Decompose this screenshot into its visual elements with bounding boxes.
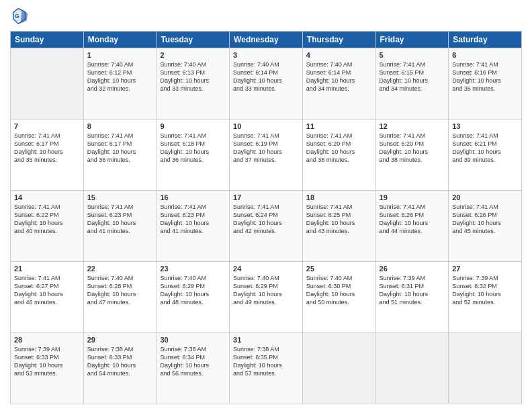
day-number: 27 — [452, 265, 518, 273]
calendar-cell: 9Sunrise: 7:41 AM Sunset: 6:18 PM Daylig… — [157, 120, 230, 191]
day-number: 29 — [87, 336, 153, 344]
day-number: 22 — [87, 265, 153, 273]
calendar-cell: 1Sunrise: 7:40 AM Sunset: 6:12 PM Daylig… — [83, 48, 157, 120]
day-number: 28 — [14, 336, 80, 344]
week-row-3: 21Sunrise: 7:41 AM Sunset: 6:27 PM Dayli… — [11, 262, 522, 333]
day-number: 14 — [14, 193, 80, 201]
day-info: Sunrise: 7:41 AM Sunset: 6:26 PM Dayligh… — [380, 203, 445, 236]
calendar-cell — [449, 333, 522, 404]
day-info: Sunrise: 7:41 AM Sunset: 6:23 PM Dayligh… — [160, 203, 226, 236]
day-info: Sunrise: 7:41 AM Sunset: 6:20 PM Dayligh… — [306, 132, 372, 165]
day-info: Sunrise: 7:41 AM Sunset: 6:20 PM Dayligh… — [380, 132, 445, 165]
calendar-cell: 27Sunrise: 7:39 AM Sunset: 6:32 PM Dayli… — [449, 262, 522, 333]
calendar-cell: 2Sunrise: 7:40 AM Sunset: 6:13 PM Daylig… — [157, 48, 230, 120]
day-info: Sunrise: 7:41 AM Sunset: 6:26 PM Dayligh… — [452, 203, 518, 236]
day-number: 9 — [160, 122, 226, 130]
calendar-cell: 6Sunrise: 7:41 AM Sunset: 6:16 PM Daylig… — [449, 48, 522, 120]
day-header-sunday: Sunday — [11, 32, 84, 48]
day-header-friday: Friday — [375, 32, 449, 48]
calendar-cell: 16Sunrise: 7:41 AM Sunset: 6:23 PM Dayli… — [157, 191, 230, 262]
day-header-saturday: Saturday — [449, 32, 522, 48]
day-info: Sunrise: 7:41 AM Sunset: 6:23 PM Dayligh… — [87, 203, 153, 236]
day-number: 24 — [233, 265, 299, 273]
calendar-cell: 22Sunrise: 7:40 AM Sunset: 6:28 PM Dayli… — [83, 262, 157, 333]
day-number: 12 — [380, 122, 445, 130]
day-info: Sunrise: 7:40 AM Sunset: 6:13 PM Dayligh… — [160, 60, 226, 93]
logo: G — [10, 7, 32, 26]
logo-icon: G — [10, 7, 29, 26]
day-number: 7 — [14, 122, 80, 130]
calendar-cell: 8Sunrise: 7:41 AM Sunset: 6:17 PM Daylig… — [83, 120, 157, 191]
calendar-cell: 30Sunrise: 7:38 AM Sunset: 6:34 PM Dayli… — [157, 333, 230, 404]
day-number: 16 — [160, 193, 226, 201]
day-info: Sunrise: 7:39 AM Sunset: 6:32 PM Dayligh… — [452, 274, 518, 307]
day-info: Sunrise: 7:38 AM Sunset: 6:35 PM Dayligh… — [233, 345, 299, 378]
day-number: 20 — [452, 193, 518, 201]
calendar-cell: 31Sunrise: 7:38 AM Sunset: 6:35 PM Dayli… — [230, 333, 303, 404]
day-info: Sunrise: 7:41 AM Sunset: 6:19 PM Dayligh… — [233, 132, 299, 165]
calendar-cell: 20Sunrise: 7:41 AM Sunset: 6:26 PM Dayli… — [449, 191, 522, 262]
week-row-0: 1Sunrise: 7:40 AM Sunset: 6:12 PM Daylig… — [11, 48, 522, 120]
day-info: Sunrise: 7:41 AM Sunset: 6:17 PM Dayligh… — [14, 132, 80, 165]
day-info: Sunrise: 7:41 AM Sunset: 6:24 PM Dayligh… — [233, 203, 299, 236]
day-info: Sunrise: 7:40 AM Sunset: 6:30 PM Dayligh… — [306, 274, 372, 307]
day-number: 23 — [160, 265, 226, 273]
day-number: 1 — [87, 51, 153, 59]
day-info: Sunrise: 7:39 AM Sunset: 6:33 PM Dayligh… — [14, 345, 80, 378]
calendar-cell: 17Sunrise: 7:41 AM Sunset: 6:24 PM Dayli… — [230, 191, 303, 262]
day-info: Sunrise: 7:41 AM Sunset: 6:18 PM Dayligh… — [160, 132, 226, 165]
calendar-cell: 13Sunrise: 7:41 AM Sunset: 6:21 PM Dayli… — [449, 120, 522, 191]
calendar-cell: 7Sunrise: 7:41 AM Sunset: 6:17 PM Daylig… — [11, 120, 84, 191]
day-info: Sunrise: 7:41 AM Sunset: 6:21 PM Dayligh… — [452, 132, 518, 165]
calendar-cell: 10Sunrise: 7:41 AM Sunset: 6:19 PM Dayli… — [230, 120, 303, 191]
week-row-1: 7Sunrise: 7:41 AM Sunset: 6:17 PM Daylig… — [11, 120, 522, 191]
page: G SundayMondayTuesdayWednesdayThursdayFr… — [0, 0, 532, 411]
day-number: 17 — [233, 193, 299, 201]
day-number: 10 — [233, 122, 299, 130]
calendar-cell: 15Sunrise: 7:41 AM Sunset: 6:23 PM Dayli… — [83, 191, 157, 262]
calendar-cell — [302, 333, 375, 404]
calendar-cell: 14Sunrise: 7:41 AM Sunset: 6:22 PM Dayli… — [11, 191, 84, 262]
calendar-cell: 19Sunrise: 7:41 AM Sunset: 6:26 PM Dayli… — [375, 191, 449, 262]
day-number: 21 — [14, 265, 80, 273]
day-number: 19 — [380, 193, 445, 201]
calendar-cell: 3Sunrise: 7:40 AM Sunset: 6:14 PM Daylig… — [230, 48, 303, 120]
day-info: Sunrise: 7:41 AM Sunset: 6:22 PM Dayligh… — [14, 203, 80, 236]
header: G — [10, 7, 522, 26]
day-number: 13 — [452, 122, 518, 130]
calendar-cell: 21Sunrise: 7:41 AM Sunset: 6:27 PM Dayli… — [11, 262, 84, 333]
calendar-cell: 28Sunrise: 7:39 AM Sunset: 6:33 PM Dayli… — [11, 333, 84, 404]
day-info: Sunrise: 7:38 AM Sunset: 6:33 PM Dayligh… — [87, 345, 153, 378]
day-info: Sunrise: 7:41 AM Sunset: 6:16 PM Dayligh… — [452, 60, 518, 93]
day-header-thursday: Thursday — [302, 32, 375, 48]
calendar: SundayMondayTuesdayWednesdayThursdayFrid… — [10, 31, 522, 404]
day-info: Sunrise: 7:40 AM Sunset: 6:14 PM Dayligh… — [306, 60, 372, 93]
calendar-cell: 23Sunrise: 7:40 AM Sunset: 6:29 PM Dayli… — [157, 262, 230, 333]
day-info: Sunrise: 7:39 AM Sunset: 6:31 PM Dayligh… — [380, 274, 445, 307]
calendar-cell — [11, 48, 84, 120]
day-info: Sunrise: 7:41 AM Sunset: 6:15 PM Dayligh… — [380, 60, 445, 93]
day-number: 31 — [233, 336, 299, 344]
day-info: Sunrise: 7:41 AM Sunset: 6:17 PM Dayligh… — [87, 132, 153, 165]
day-info: Sunrise: 7:41 AM Sunset: 6:27 PM Dayligh… — [14, 274, 80, 307]
day-number: 11 — [306, 122, 372, 130]
day-number: 18 — [306, 193, 372, 201]
svg-text:G: G — [15, 13, 19, 19]
day-number: 5 — [380, 51, 445, 59]
day-number: 3 — [233, 51, 299, 59]
day-header-tuesday: Tuesday — [157, 32, 230, 48]
calendar-cell: 4Sunrise: 7:40 AM Sunset: 6:14 PM Daylig… — [302, 48, 375, 120]
day-info: Sunrise: 7:41 AM Sunset: 6:25 PM Dayligh… — [306, 203, 372, 236]
calendar-cell: 12Sunrise: 7:41 AM Sunset: 6:20 PM Dayli… — [375, 120, 449, 191]
calendar-cell: 25Sunrise: 7:40 AM Sunset: 6:30 PM Dayli… — [302, 262, 375, 333]
calendar-cell: 29Sunrise: 7:38 AM Sunset: 6:33 PM Dayli… — [83, 333, 157, 404]
day-number: 6 — [452, 51, 518, 59]
calendar-cell: 5Sunrise: 7:41 AM Sunset: 6:15 PM Daylig… — [375, 48, 449, 120]
calendar-cell: 18Sunrise: 7:41 AM Sunset: 6:25 PM Dayli… — [302, 191, 375, 262]
day-number: 15 — [87, 193, 153, 201]
day-info: Sunrise: 7:40 AM Sunset: 6:28 PM Dayligh… — [87, 274, 153, 307]
week-row-2: 14Sunrise: 7:41 AM Sunset: 6:22 PM Dayli… — [11, 191, 522, 262]
day-header-monday: Monday — [83, 32, 157, 48]
day-number: 30 — [160, 336, 226, 344]
day-info: Sunrise: 7:38 AM Sunset: 6:34 PM Dayligh… — [160, 345, 226, 378]
